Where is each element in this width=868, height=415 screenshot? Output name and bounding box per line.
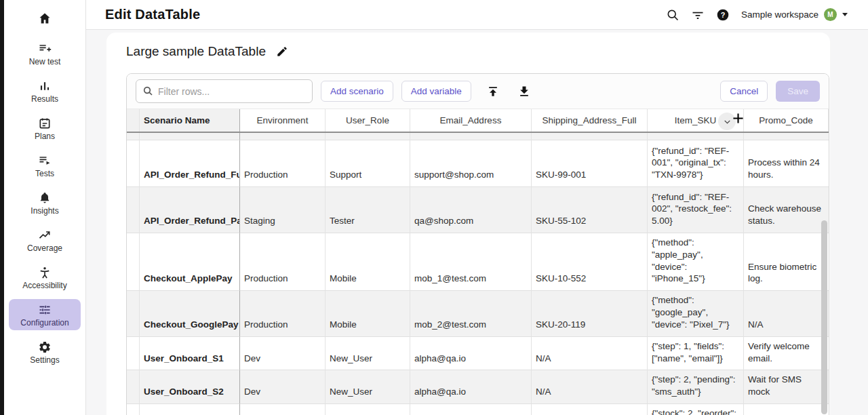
cell-email[interactable]: qa@shop.com <box>410 187 532 233</box>
sidebar-item-tests[interactable]: Tests <box>9 150 81 181</box>
row-gutter-cell[interactable] <box>127 370 140 404</box>
cell-note[interactable]: N/A <box>744 291 829 336</box>
add-scenario-button[interactable]: Add scenario <box>321 81 393 102</box>
cell-environment[interactable]: Production <box>240 140 326 187</box>
cell-sku[interactable]: SKU-20-119 <box>532 291 648 336</box>
edit-title-pencil-icon[interactable] <box>276 45 288 58</box>
vertical-scrollbar[interactable] <box>821 220 827 414</box>
sidebar-item-results[interactable]: Results <box>9 75 81 106</box>
help-icon[interactable]: ? <box>716 8 730 22</box>
cell-sku[interactable]: SKU-80-224 <box>532 133 648 140</box>
cell-note[interactable]: Process within 24 hours. <box>744 140 829 187</box>
cell-scenario[interactable]: Checkout_ApplePay <box>140 233 240 291</box>
cell-user_role[interactable]: Mobile <box>326 233 410 291</box>
cell-email[interactable]: cc_fail@test.com <box>410 133 532 140</box>
cell-scenario[interactable]: User_Onboard_S2 <box>140 370 240 404</box>
cell-email[interactable]: support@shop.com <box>410 140 532 187</box>
cell-user_role[interactable]: Support <box>326 140 410 187</box>
cell-environment[interactable]: Dev <box>240 370 326 404</box>
save-button[interactable]: Save <box>776 81 820 102</box>
upload-icon[interactable] <box>486 85 500 98</box>
cell-note[interactable]: error. <box>744 133 829 140</box>
row-gutter-cell[interactable] <box>127 404 140 415</box>
cell-payload[interactable]: "visa_declined"} <box>648 133 744 140</box>
cell-scenario[interactable]: User_Onboard_S1 <box>140 337 240 371</box>
sidebar-item-label: Insights <box>31 206 58 216</box>
cell-user_role[interactable]: Tester <box>326 187 410 233</box>
cell-payload[interactable]: {"method": "google_pay", "device": "Pixe… <box>648 291 744 336</box>
cell-user_role[interactable]: Warehouse <box>326 404 410 415</box>
cancel-button[interactable]: Cancel <box>720 81 768 102</box>
cell-note[interactable]: Wait for SMS mock <box>744 370 829 404</box>
cell-payload[interactable]: {"method": "apple_pay", "device": "iPhon… <box>648 233 744 291</box>
cell-sku[interactable]: SKU-LOW-10 <box>532 404 648 415</box>
column-header-env[interactable]: Environment <box>240 109 326 132</box>
workspace-menu[interactable]: Sample workspace M <box>741 8 848 21</box>
row-gutter-cell[interactable] <box>127 337 140 371</box>
cell-sku[interactable]: SKU-99-001 <box>532 140 648 187</box>
sidebar-item-coverage[interactable]: Coverage <box>9 224 81 256</box>
row-gutter-cell[interactable] <box>127 187 140 233</box>
cell-email[interactable]: alpha@qa.io <box>410 337 532 371</box>
cell-email[interactable]: wh_1@shop.com <box>410 404 532 415</box>
add-variable-button[interactable]: Add variable <box>401 81 471 102</box>
cell-environment[interactable]: Production <box>240 291 326 336</box>
cell-note[interactable]: High priority alert. <box>744 404 829 415</box>
cell-sku[interactable]: SKU-10-552 <box>532 233 648 291</box>
cell-scenario[interactable]: Checkout_Error_CC <box>140 133 240 140</box>
column-header-scenario[interactable]: Scenario Name <box>140 109 240 132</box>
cell-payload[interactable]: {"refund_id": "REF-001", "original_tx": … <box>648 140 744 187</box>
search-icon[interactable] <box>666 8 679 22</box>
cell-payload[interactable]: {"step": 1, "fields": ["name", "email"]} <box>648 337 744 371</box>
cell-scenario[interactable]: API_Order_Refund_Full <box>140 140 240 187</box>
filter-icon[interactable] <box>691 8 705 22</box>
cell-environment[interactable]: Dev <box>240 337 326 371</box>
cell-sku[interactable]: N/A <box>532 370 648 404</box>
cell-note[interactable]: Ensure biometric log. <box>744 233 829 291</box>
cell-environment[interactable]: Staging <box>240 133 326 140</box>
table-header-row: Scenario NameEnvironmentUser_RoleEmail_A… <box>127 109 829 133</box>
cell-payload[interactable]: {"step": 2, "pending": "sms_auth"} <box>648 370 744 404</box>
cell-scenario[interactable]: Checkout_GooglePay <box>140 291 240 336</box>
download-icon[interactable] <box>517 85 531 98</box>
cell-email[interactable]: alpha@qa.io <box>410 370 532 404</box>
sidebar-item-accessibility[interactable]: Accessibility <box>9 262 81 293</box>
cell-sku[interactable]: SKU-55-102 <box>532 187 648 233</box>
cell-user_role[interactable]: Registered <box>326 133 410 140</box>
row-gutter-cell[interactable] <box>127 133 140 140</box>
sidebar-item-insights[interactable]: Insights <box>9 187 81 218</box>
cell-environment[interactable]: Staging <box>240 404 326 415</box>
cell-user_role[interactable]: New_User <box>326 370 410 404</box>
row-gutter-cell[interactable] <box>127 140 140 187</box>
plans-icon <box>38 116 52 130</box>
sidebar-item-configuration[interactable]: Configuration <box>9 299 81 330</box>
column-header-email[interactable]: Email_Address <box>410 109 532 132</box>
cell-email[interactable]: mob_1@test.com <box>410 233 532 291</box>
filter-rows-input[interactable] <box>136 79 313 103</box>
chevron-down-icon <box>842 13 848 16</box>
row-gutter-cell[interactable] <box>127 291 140 336</box>
sidebar-item-plans[interactable]: Plans <box>9 113 81 144</box>
cell-scenario[interactable]: Stock_Update_Low <box>140 404 240 415</box>
column-header-ship[interactable]: Shipping_Address_Full <box>532 109 648 132</box>
sidebar-item-label: New test <box>29 57 61 66</box>
sidebar-item-home[interactable] <box>38 8 52 28</box>
column-header-role[interactable]: User_Role <box>326 109 410 132</box>
row-gutter-cell[interactable] <box>127 233 140 291</box>
cell-email[interactable]: mob_2@test.com <box>410 291 532 336</box>
table-row: API_Order_Refund_PartStagingTesterqa@sho… <box>127 187 829 233</box>
cell-user_role[interactable]: Mobile <box>326 291 410 336</box>
insights-icon <box>38 191 52 205</box>
cell-payload[interactable]: {"stock": 2, "reorder": true} <box>648 404 744 415</box>
cell-note[interactable]: Check warehouse status. <box>744 187 829 233</box>
column-header-promo[interactable]: Promo_Code <box>744 109 829 132</box>
sidebar-item-new-test[interactable]: New test <box>9 38 81 69</box>
cell-user_role[interactable]: New_User <box>326 337 410 371</box>
cell-note[interactable]: Verify welcome email. <box>744 337 829 371</box>
cell-environment[interactable]: Production <box>240 233 326 291</box>
cell-environment[interactable]: Staging <box>240 187 326 233</box>
sidebar-item-settings[interactable]: Settings <box>9 336 81 368</box>
cell-sku[interactable]: N/A <box>532 337 648 371</box>
cell-scenario[interactable]: API_Order_Refund_Part <box>140 187 240 233</box>
cell-payload[interactable]: {"refund_id": "REF-002", "restock_fee": … <box>648 187 744 233</box>
